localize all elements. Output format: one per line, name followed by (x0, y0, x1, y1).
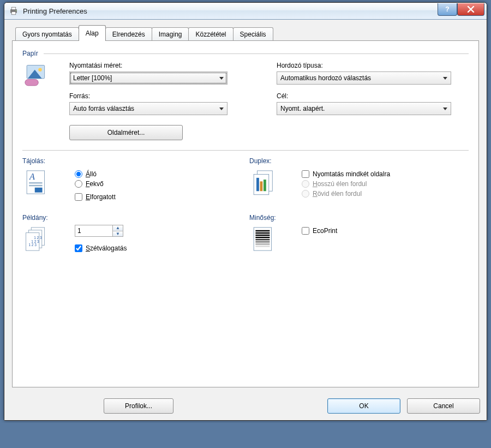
svg-rect-30 (255, 241, 270, 242)
landscape-radio-input[interactable] (75, 180, 82, 188)
svg-rect-32 (255, 246, 270, 247)
both-sides-checkbox-input[interactable] (302, 170, 309, 178)
chevron-down-icon (443, 107, 447, 110)
page-size-button[interactable]: Oldalméret... (69, 125, 183, 140)
svg-rect-7 (25, 80, 38, 86)
window: Printing Preferences ? Gyors nyomtatás A… (4, 2, 487, 421)
duplex-icon (249, 168, 278, 196)
tab-quickprint[interactable]: Gyors nyomtatás (15, 27, 79, 41)
svg-point-6 (38, 68, 42, 71)
quality-options: EcoPrint (296, 225, 337, 237)
rotated-checkbox-input[interactable] (75, 193, 82, 201)
paper-right-col: Hordozó típusa: Automatikus hordozó vála… (277, 62, 469, 140)
svg-rect-2 (11, 12, 16, 15)
svg-rect-28 (255, 237, 270, 238)
quality-title: Minőség: (249, 214, 469, 222)
copies-group: Példány: 1 2 3 1 2 3 1 2 3 (22, 214, 249, 254)
portrait-radio-input[interactable] (75, 170, 82, 178)
svg-rect-29 (255, 239, 270, 240)
chevron-down-icon (443, 77, 447, 80)
svg-rect-26 (255, 232, 270, 234)
source-value: Auto forrás választás (73, 105, 134, 112)
portrait-radio[interactable]: Álló (75, 170, 116, 178)
quality-icon (249, 225, 278, 253)
client-area: Gyors nyomtatás Alap Elrendezés Imaging … (4, 20, 487, 393)
print-size-combo[interactable]: Letter [100%] (69, 71, 227, 85)
close-button[interactable] (457, 3, 484, 16)
rotated-checkbox[interactable]: Elforgatott (75, 193, 116, 201)
paper-group-label: Papír (22, 50, 38, 57)
copies-quality-row: Példány: 1 2 3 1 2 3 1 2 3 (22, 214, 469, 254)
landscape-radio[interactable]: Fekvő (75, 180, 116, 188)
paper-icon-cell (22, 62, 69, 90)
quality-icon-cell (249, 225, 296, 253)
collate-icon: 1 2 3 1 2 3 1 2 3 (22, 225, 51, 253)
orientation-duplex-row: Tájolás: A (22, 157, 469, 203)
svg-rect-17 (264, 180, 266, 191)
duplex-group: Duplex: (249, 157, 469, 203)
svg-rect-1 (11, 7, 16, 10)
tab-imaging[interactable]: Imaging (152, 27, 189, 41)
orientation-icon-cell: A (22, 168, 69, 196)
window-buttons: ? (438, 3, 484, 15)
duplex-title: Duplex: (249, 157, 469, 165)
destination-value: Nyomt. alapért. (280, 105, 325, 112)
media-type-value: Automatikus hordozó választás (280, 74, 371, 82)
destination-combo[interactable]: Nyomt. alapért. (277, 102, 451, 115)
tab-page-basic: Papír Nyomtatási méret: L (12, 40, 479, 387)
orientation-title: Tájolás: (22, 157, 242, 165)
svg-rect-27 (255, 235, 270, 236)
chevron-down-icon (219, 77, 224, 80)
source-label: Forrás: (69, 92, 261, 100)
paper-group-header: Papír (22, 50, 469, 57)
printer-icon (9, 6, 19, 16)
ok-button[interactable]: OK (327, 398, 400, 414)
svg-point-3 (16, 10, 17, 11)
tab-bar: Gyors nyomtatás Alap Elrendezés Imaging … (15, 25, 479, 41)
tab-layout[interactable]: Elrendezés (105, 27, 152, 41)
spinner-buttons: ▲ ▼ (113, 225, 123, 237)
window-title: Printing Preferences (23, 7, 438, 15)
tab-advanced[interactable]: Speciális (233, 27, 273, 41)
svg-rect-16 (260, 181, 263, 191)
copies-title: Példány: (22, 214, 242, 222)
long-edge-radio-input (302, 180, 309, 188)
help-button[interactable]: ? (438, 3, 457, 16)
copies-controls: ▲ ▼ Szétválogatás (69, 225, 127, 254)
long-edge-radio: Hosszú élen fordul (302, 180, 390, 188)
short-edge-radio: Rövid élen fordul (302, 190, 390, 198)
copies-input[interactable] (75, 225, 113, 237)
media-type-combo[interactable]: Automatikus hordozó választás (277, 71, 451, 85)
source-combo[interactable]: Auto forrás választás (69, 102, 227, 115)
divider (44, 53, 469, 54)
dialog-footer: Profilok... OK Cancel (4, 393, 487, 420)
quality-group: Minőség: (249, 214, 469, 254)
duplex-icon-cell (249, 168, 296, 196)
both-sides-checkbox[interactable]: Nyomtatás mindkét oldalra (302, 170, 390, 178)
paper-left-col: Nyomtatási méret: Letter [100%] Forrás: … (69, 62, 261, 140)
cancel-button[interactable]: Cancel (407, 398, 480, 414)
collate-checkbox[interactable]: Szétválogatás (75, 244, 127, 252)
svg-text:A: A (29, 172, 35, 182)
tab-publish[interactable]: Közzététel (188, 27, 233, 41)
orientation-group: Tájolás: A (22, 157, 249, 203)
svg-rect-31 (255, 243, 270, 244)
chevron-down-icon (219, 107, 224, 110)
spinner-down[interactable]: ▼ (113, 231, 123, 237)
profiles-button[interactable]: Profilok... (104, 398, 173, 414)
copies-spinner[interactable]: ▲ ▼ (75, 225, 127, 237)
collate-checkbox-input[interactable] (75, 244, 82, 252)
ecoprint-checkbox-input[interactable] (302, 227, 309, 235)
duplex-options: Nyomtatás mindkét oldalra Hosszú élen fo… (296, 168, 390, 200)
titlebar: Printing Preferences ? (4, 3, 487, 20)
ecoprint-checkbox[interactable]: EcoPrint (302, 227, 337, 235)
destination-label: Cél: (277, 92, 469, 100)
svg-rect-12 (35, 188, 43, 193)
svg-rect-10 (29, 182, 42, 183)
svg-rect-15 (256, 178, 259, 191)
copies-icon-cell: 1 2 3 1 2 3 1 2 3 (22, 225, 69, 253)
spinner-up[interactable]: ▲ (113, 225, 123, 231)
tab-basic[interactable]: Alap (79, 25, 106, 41)
svg-text:1 2 3: 1 2 3 (28, 243, 37, 247)
print-size-label: Nyomtatási méret: (69, 62, 261, 69)
